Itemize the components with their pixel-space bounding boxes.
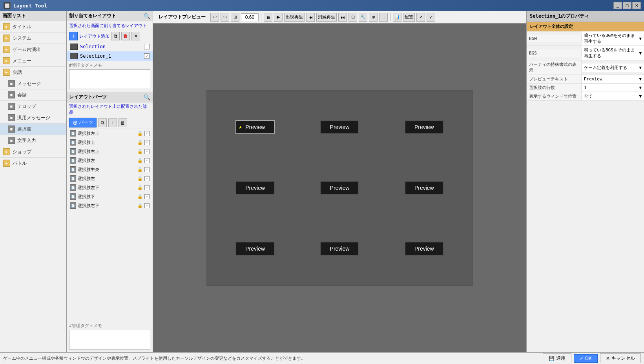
sidebar-item-battle[interactable]: ▶ バトル <box>0 158 66 169</box>
part-check[interactable]: ✓ <box>144 149 150 154</box>
part-icon: 📄 <box>70 202 76 209</box>
prop-value-window-pos[interactable]: 全て ▼ <box>582 92 644 100</box>
parts-search-icon[interactable]: 🔍 <box>144 94 150 100</box>
part-item-topleft[interactable]: 📄 選択肢左上 🔒 ✓ <box>67 129 153 138</box>
grid-button[interactable]: ⊞ <box>348 13 357 22</box>
app-icon: 🔲 <box>3 2 11 9</box>
part-item-left[interactable]: 📄 選択肢左 🔒 ✓ <box>67 156 153 165</box>
arrange-button[interactable]: 配置 <box>403 13 415 22</box>
part-check[interactable]: ✓ <box>144 167 150 172</box>
folder-icon: ▶ <box>3 148 10 155</box>
stop-button[interactable]: ⏭ <box>338 13 347 22</box>
chart-button[interactable]: 📊 <box>393 13 401 22</box>
add-layout-button[interactable]: + <box>69 32 78 40</box>
part-item-bottomleft[interactable]: 📄 選択肢左下 🔒 ✓ <box>67 183 153 192</box>
part-item-center[interactable]: 📄 選択肢中央 🔒 ✓ <box>67 165 153 174</box>
close-button[interactable]: ✕ <box>632 2 641 9</box>
prop-value-rows-count[interactable]: 1 ▼ <box>582 84 644 91</box>
part-item-bottomright[interactable]: 📄 選択肢右下 🔒 ✓ <box>67 201 153 210</box>
copy-layout-button[interactable]: ⧉ <box>111 32 120 40</box>
import-button[interactable]: ↙ <box>427 13 435 22</box>
title-bar: 🔲 Layout Tool _ □ ✕ <box>0 0 644 11</box>
preview-btn-topright[interactable]: Preview <box>405 120 444 134</box>
apply-button[interactable]: 💾 適用 <box>543 353 571 363</box>
part-item-topright[interactable]: 📄 選択肢右上 🔒 ✓ <box>67 147 153 156</box>
sidebar-item-menu[interactable]: ▶ メニュー <box>0 55 66 67</box>
prop-value-bgs[interactable]: 鳴っているBGSをそのまま再生する ▼ <box>582 46 644 60</box>
undo-button[interactable]: ↩ <box>210 13 219 22</box>
preview-btn-center[interactable]: Preview <box>320 181 359 195</box>
preview-btn-left[interactable]: Preview <box>235 181 275 195</box>
part-check[interactable]: ✓ <box>144 176 150 181</box>
prop-label-bgm: BGM <box>527 35 582 42</box>
monitor-button[interactable]: 🖥 <box>264 13 272 22</box>
part-check[interactable]: ✓ <box>144 185 150 190</box>
part-item-top[interactable]: 📄 選択肢上 🔒 ✓ <box>67 138 153 147</box>
part-item-right[interactable]: 📄 選択肢右 🔒 ✓ <box>67 174 153 183</box>
preview-btn-right[interactable]: Preview <box>405 181 444 195</box>
play-button[interactable]: ▶ <box>274 13 283 22</box>
prop-value-preview-text[interactable]: Preview ▼ <box>582 75 644 83</box>
minimize-button[interactable]: _ <box>613 2 622 9</box>
copy-parts-button[interactable]: ⧉ <box>98 118 107 127</box>
sidebar-item-system[interactable]: ▶ システム <box>0 33 66 44</box>
sidebar-item-ingame[interactable]: ▶ ゲーム内演出 <box>0 44 66 55</box>
layout-item-selection1[interactable]: Selection_1 ✓ <box>67 51 153 61</box>
play-appear-button[interactable]: 出現再生 <box>284 13 305 22</box>
parts-memo-textarea[interactable] <box>69 330 150 349</box>
sidebar-item-selection[interactable]: ■ 選択肢 <box>0 124 66 135</box>
cancel-button[interactable]: ✕ キャンセル <box>600 353 641 363</box>
lock-icon: 🔒 <box>137 158 143 163</box>
part-check[interactable]: ✓ <box>144 140 150 145</box>
part-check[interactable]: ✓ <box>144 158 150 163</box>
zoom-input[interactable]: 0.60 <box>241 13 259 21</box>
redo-button[interactable]: ↪ <box>221 13 229 22</box>
fit-button[interactable]: ⊞ <box>231 13 239 22</box>
doc-icon: ■ <box>8 126 15 133</box>
sidebar-item-shop[interactable]: ▶ ショップ <box>0 146 66 158</box>
layout-checkbox-selection[interactable] <box>144 44 150 49</box>
snap-button[interactable]: 🔧 <box>359 13 367 22</box>
part-check[interactable]: ✓ <box>144 194 150 199</box>
play-disappear-button[interactable]: 消滅再生 <box>316 13 337 22</box>
layout-search-icon[interactable]: 🔍 <box>144 13 150 19</box>
sidebar-item-conv[interactable]: ■ 会話 <box>0 89 66 101</box>
layout-checkbox-selection1[interactable]: ✓ <box>144 53 150 59</box>
preview-btn-topleft[interactable]: ★ Preview <box>235 120 275 134</box>
sidebar-item-text-input[interactable]: ■ 文字入力 <box>0 135 66 146</box>
delete-parts-button[interactable]: 🗑 <box>119 118 127 127</box>
layout-toolbar: + レイアウト追加 ⧉ 🗑 ✕ <box>67 30 153 42</box>
delete-layout-button[interactable]: 🗑 <box>121 32 130 40</box>
prop-row-bgm: BGM 鳴っているBGMをそのまま再生する ▼ <box>527 31 644 46</box>
maximize-button[interactable]: □ <box>623 2 631 9</box>
layout-memo-textarea[interactable] <box>69 69 150 89</box>
preview-btn-bottomright[interactable]: Preview <box>405 242 444 256</box>
part-item-bottom[interactable]: 📄 選択肢下 🔒 ✓ <box>67 192 153 201</box>
status-buttons: 💾 適用 ✓ OK ✕ キャンセル <box>543 353 641 363</box>
move-up-button[interactable]: ↑ <box>108 118 117 127</box>
sidebar-item-title[interactable]: ▶ タイトル <box>0 21 66 33</box>
folder-icon: ▶ <box>3 57 10 64</box>
prop-label-window-pos: 表示するウィンドウ位置 <box>527 92 582 100</box>
sidebar-item-telop[interactable]: ■ テロップ <box>0 101 66 112</box>
prop-value-bgm[interactable]: 鳴っているBGMをそのまま再生する ▼ <box>582 31 644 46</box>
part-check[interactable]: ✓ <box>144 131 150 136</box>
layout-color <box>70 44 78 50</box>
trash-layout-button[interactable]: ✕ <box>131 32 140 40</box>
extra-button[interactable]: ⬚ <box>379 13 388 22</box>
sidebar-item-message[interactable]: ■ メッセージ <box>0 78 66 89</box>
layout-item-selection[interactable]: Selection <box>67 42 153 51</box>
title-bar-icon: 🔲 Layout Tool <box>3 2 47 9</box>
ok-button[interactable]: ✓ OK <box>574 354 598 363</box>
prop-value-party[interactable]: ゲーム定義を利用する ▼ <box>582 64 644 72</box>
crosshair-button[interactable]: ⊕ <box>369 13 378 22</box>
sidebar-item-dialogue[interactable]: ▶ 会話 <box>0 67 66 78</box>
part-check[interactable]: ✓ <box>144 203 150 208</box>
add-parts-button[interactable]: ⊕ パーツ <box>69 118 97 127</box>
preview-btn-bottomleft[interactable]: Preview <box>235 242 275 256</box>
preview-btn-bottom[interactable]: Preview <box>320 242 359 256</box>
preview-btn-top[interactable]: Preview <box>320 120 359 134</box>
rewind-button[interactable]: ⏮ <box>306 13 315 22</box>
export-button[interactable]: ↗ <box>416 13 425 22</box>
sidebar-item-general-msg[interactable]: ■ 汎用メッセージ <box>0 112 66 124</box>
